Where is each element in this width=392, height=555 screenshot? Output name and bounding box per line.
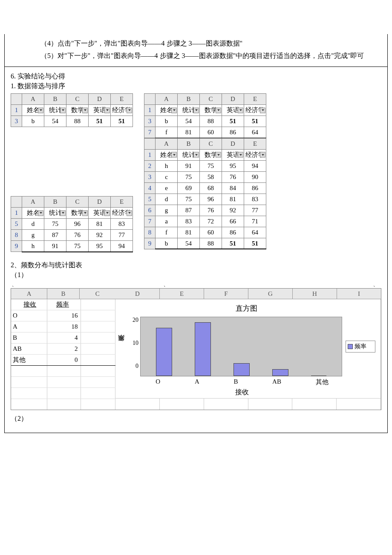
hdr-name: 姓名 bbox=[27, 107, 40, 113]
filter-icon[interactable] bbox=[216, 107, 221, 113]
col-i: I bbox=[337, 289, 381, 299]
cell: d bbox=[22, 219, 44, 230]
x-tick: 其他 bbox=[316, 378, 329, 386]
table-a: A B C D E 1 姓名 统计 数学 英语 经济学 bbox=[11, 93, 133, 127]
filter-icon[interactable] bbox=[104, 210, 110, 216]
chart-title: 直方图 bbox=[117, 304, 375, 313]
filter-icon[interactable] bbox=[127, 210, 132, 216]
cell: 51 bbox=[89, 116, 111, 127]
cell: 75 bbox=[44, 219, 66, 230]
filter-icon[interactable] bbox=[238, 107, 243, 113]
intro-steps: （4）点击"下一步"，弹出"图表向导——4 步骤之 3——图表源数据" （5）对… bbox=[5, 34, 387, 67]
col-g: G bbox=[248, 289, 293, 299]
col-c: C bbox=[80, 289, 115, 299]
cell: 95 bbox=[89, 241, 111, 252]
filter-icon[interactable] bbox=[193, 152, 199, 158]
cell: 81 bbox=[89, 219, 111, 230]
x-tick: AB bbox=[272, 378, 281, 386]
hdr-stat: 统计 bbox=[49, 107, 62, 113]
cell: 92 bbox=[89, 230, 111, 241]
col-c: C bbox=[66, 94, 89, 105]
filter-icon[interactable] bbox=[82, 107, 88, 113]
filter-icon[interactable] bbox=[60, 107, 66, 113]
cell: 91 bbox=[44, 241, 66, 252]
cell: 51 bbox=[244, 116, 266, 127]
filter-icon[interactable] bbox=[82, 210, 88, 216]
hdr-eng: 英语 bbox=[93, 107, 106, 113]
step-4-text: （4）点击"下一步"，弹出"图表向导——4 步骤之 3——图表源数据" bbox=[11, 38, 381, 49]
mark-icon: 、 bbox=[162, 280, 169, 288]
cell: b bbox=[22, 116, 44, 127]
cell: 88 bbox=[200, 116, 222, 127]
col-d: D bbox=[89, 94, 111, 105]
col-b: B bbox=[44, 94, 66, 105]
cell: 51 bbox=[222, 116, 244, 127]
bar bbox=[195, 322, 211, 376]
bar bbox=[156, 328, 172, 376]
mark-icon: 、 bbox=[11, 280, 17, 288]
cell: 51 bbox=[111, 116, 133, 127]
legend-swatch-icon bbox=[348, 344, 353, 349]
histogram-chart: 直方图 频率 20 10 0 频率 OA bbox=[115, 299, 381, 410]
cell: 83 bbox=[111, 219, 133, 230]
y-axis-label: 频率 bbox=[117, 317, 126, 376]
col-f: F bbox=[204, 289, 248, 299]
hdr-math: 数学 bbox=[71, 107, 84, 113]
sub-2: （2） bbox=[11, 414, 381, 423]
col-e: E bbox=[111, 94, 133, 105]
filter-icon[interactable] bbox=[38, 210, 43, 216]
filter-icon[interactable] bbox=[216, 152, 221, 158]
cell: b bbox=[156, 116, 178, 127]
cell: 54 bbox=[44, 116, 66, 127]
legend-label: 频率 bbox=[355, 343, 366, 350]
filter-icon[interactable] bbox=[60, 210, 66, 216]
row-1: 1 bbox=[11, 105, 22, 116]
filter-icon[interactable] bbox=[171, 107, 177, 113]
bar bbox=[311, 376, 326, 376]
cell: 77 bbox=[111, 230, 133, 241]
cell: 87 bbox=[44, 230, 66, 241]
bar bbox=[233, 363, 250, 376]
filter-icon[interactable] bbox=[260, 152, 265, 158]
y-tick: 0 bbox=[135, 363, 138, 370]
cell: 54 bbox=[178, 116, 200, 127]
table-b: A B C D E 1 姓名 统计 数学 英语 经济学 bbox=[144, 93, 266, 139]
filter-icon[interactable] bbox=[127, 107, 132, 113]
cell: 88 bbox=[66, 116, 89, 127]
cell: 64 bbox=[244, 127, 266, 138]
frequency-pane: A B C 接收 频率 O16 A18 B4 AB2 其他0 bbox=[11, 288, 381, 410]
freq-h0: 接收 bbox=[11, 299, 47, 310]
heading-6: 6. 实验结论与心得 bbox=[11, 72, 381, 81]
cell: g bbox=[22, 230, 44, 241]
cell: 60 bbox=[200, 127, 222, 138]
filter-icon[interactable] bbox=[260, 107, 265, 113]
cell: 94 bbox=[111, 241, 133, 252]
filter-icon[interactable] bbox=[238, 152, 243, 158]
x-tick: B bbox=[233, 378, 238, 386]
heading-2: 2、频数分布与统计图表 bbox=[11, 261, 381, 270]
filter-icon[interactable] bbox=[193, 107, 199, 113]
freq-h1: 频率 bbox=[47, 299, 81, 310]
col-h: H bbox=[293, 289, 337, 299]
row-3: 3 bbox=[11, 116, 22, 127]
y-tick: 20 bbox=[133, 317, 138, 324]
y-tick: 10 bbox=[133, 340, 138, 347]
sub-1: （1） bbox=[11, 271, 381, 280]
table-c: A B C D E 1 姓名 统计 数学 英语 经济学 bbox=[11, 196, 133, 252]
x-axis-label: 接收 bbox=[117, 388, 375, 397]
mark-icon: 、 bbox=[372, 280, 381, 288]
x-tick: O bbox=[156, 378, 160, 386]
col-e: E bbox=[160, 289, 204, 299]
col-b: B bbox=[47, 289, 79, 299]
cell: h bbox=[22, 241, 44, 252]
cell: 76 bbox=[66, 230, 89, 241]
filter-icon[interactable] bbox=[38, 107, 43, 113]
filter-icon[interactable] bbox=[171, 152, 177, 158]
cell: 81 bbox=[178, 127, 200, 138]
table-d: A B C D E 1 姓名 统计 数学 英语 经济学 2h9175959 bbox=[144, 138, 266, 250]
plot-area bbox=[140, 317, 342, 376]
cell: f bbox=[156, 127, 178, 138]
heading-1: 1. 数据筛选与排序 bbox=[11, 82, 381, 91]
filter-icon[interactable] bbox=[104, 107, 110, 113]
bar bbox=[272, 369, 288, 376]
